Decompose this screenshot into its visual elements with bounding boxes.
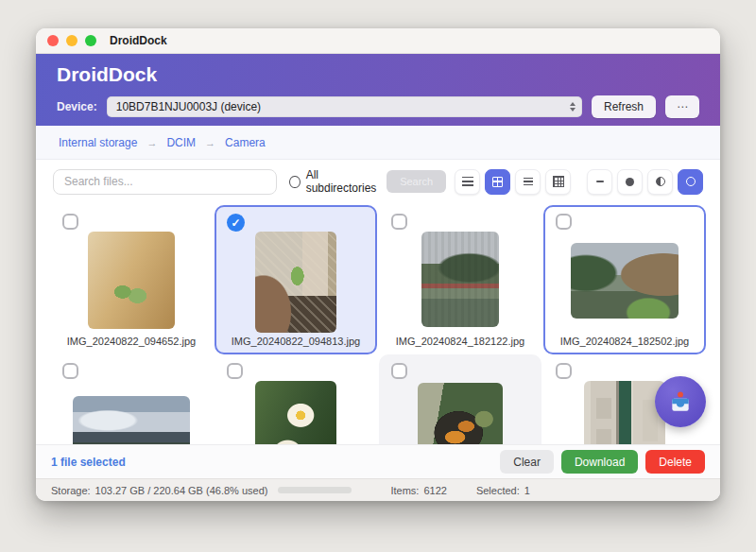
file-checkbox[interactable]: [556, 363, 572, 379]
all-subdirectories-checkbox[interactable]: [289, 176, 300, 188]
selected-label: Selected:: [476, 485, 520, 496]
view-mode-group: [455, 169, 571, 195]
outline-circle-icon: [686, 177, 696, 186]
selected-value: 1: [524, 485, 530, 496]
storage-value: 103.27 GB / 220.64 GB (46.8% used): [95, 485, 268, 496]
file-checkbox[interactable]: [62, 363, 78, 379]
grid-icon: [492, 177, 503, 187]
file-checkbox[interactable]: [391, 363, 407, 379]
thumb-size-group: [587, 169, 703, 195]
filled-circle-icon: [626, 178, 634, 186]
inbox-tray-icon: [667, 389, 694, 414]
file-checkbox[interactable]: [556, 214, 572, 230]
transfer-fab-button[interactable]: [655, 376, 706, 427]
breadcrumb-internal-storage[interactable]: Internal storage: [59, 136, 137, 149]
dash-icon: [596, 181, 604, 182]
size-medium-button[interactable]: [617, 169, 643, 195]
file-name: IMG_20240822_094652.jpg: [67, 336, 196, 347]
download-button[interactable]: Download: [561, 450, 638, 474]
device-row: Device: 10BD7B1NJU0003J (device) Refresh…: [57, 95, 699, 118]
file-name: IMG_20240824_182122.jpg: [396, 336, 524, 347]
app-header: DroidDock Device: 10BD7B1NJU0003J (devic…: [36, 54, 720, 126]
selection-action-bar: 1 file selected Clear Download Delete: [36, 444, 720, 478]
file-checkbox[interactable]: [391, 214, 407, 230]
breadcrumb-camera[interactable]: Camera: [225, 136, 266, 149]
photo-thumbnail-river-valley[interactable]: [73, 396, 190, 444]
selection-count-text: 1 file selected: [51, 456, 126, 469]
photo-thumbnail-plumeria-flowers[interactable]: [255, 381, 336, 444]
file-cell[interactable]: [215, 354, 377, 444]
device-label: Device:: [57, 100, 97, 113]
app-window: DroidDock DroidDock Device: 10BD7B1NJU00…: [36, 28, 720, 501]
view-dense-grid-button[interactable]: [545, 169, 571, 195]
file-cell[interactable]: IMG_20240824_182122.jpg: [379, 205, 541, 354]
subdirectories-option: All subdirectories: [289, 168, 378, 195]
search-input[interactable]: [53, 169, 277, 195]
file-checkbox[interactable]: [62, 214, 78, 230]
view-list-button[interactable]: [455, 169, 480, 195]
size-small-button[interactable]: [587, 169, 612, 195]
zoom-button[interactable]: [85, 35, 96, 46]
device-select-value: 10BD7B1NJU0003J (device): [116, 100, 261, 113]
minimize-button[interactable]: [66, 35, 77, 46]
view-compact-list-button[interactable]: [515, 169, 541, 195]
select-stepper-icon: [570, 102, 576, 112]
status-bar: Storage: 103.27 GB / 220.64 GB (46.8% us…: [36, 478, 720, 501]
photo-thumbnail-lake-and-hill[interactable]: [571, 243, 679, 319]
desktop-background: DroidDock DroidDock Device: 10BD7B1NJU00…: [0, 0, 756, 552]
breadcrumb: Internal storage → DCIM → Camera: [36, 126, 720, 160]
storage-progress-bar: [278, 487, 352, 493]
breadcrumb-dcim[interactable]: DCIM: [166, 136, 196, 149]
titlebar: DroidDock: [36, 28, 720, 54]
list-icon: [462, 177, 473, 186]
photo-thumbnail-pond-with-trees[interactable]: [421, 232, 499, 327]
selected-stat: Selected: 1: [476, 485, 530, 496]
view-grid-button[interactable]: [485, 169, 510, 195]
compact-list-icon: [524, 178, 533, 185]
refresh-button[interactable]: Refresh: [592, 95, 656, 118]
photo-thumbnail-green-buds-on-table[interactable]: [88, 232, 175, 329]
window-title: DroidDock: [110, 34, 167, 47]
photo-thumbnail-frying-pan-fish[interactable]: [418, 383, 503, 444]
delete-button[interactable]: Delete: [645, 450, 705, 474]
all-subdirectories-label: All subdirectories: [306, 168, 379, 195]
storage-label: Storage:: [51, 485, 91, 496]
clear-button[interactable]: Clear: [500, 450, 554, 474]
toolbar: All subdirectories Search: [36, 160, 720, 203]
file-cell[interactable]: ✓ IMG_20240822_094813.jpg: [215, 205, 377, 354]
dense-grid-icon: [553, 176, 564, 187]
close-button[interactable]: [47, 35, 59, 46]
file-grid: IMG_20240822_094652.jpg ✓ IMG_20240822_0…: [36, 203, 720, 444]
file-checkbox-checked[interactable]: ✓: [227, 214, 245, 232]
device-select[interactable]: 10BD7B1NJU0003J (device): [107, 96, 582, 117]
breadcrumb-arrow-icon: →: [146, 137, 157, 148]
half-circle-icon: [656, 177, 665, 186]
photo-thumbnail-white-doors[interactable]: [584, 381, 665, 444]
file-checkbox[interactable]: [227, 363, 243, 379]
file-cell[interactable]: [50, 354, 213, 444]
items-label: Items:: [390, 485, 419, 496]
file-cell[interactable]: IMG_20240822_094652.jpg: [50, 205, 213, 354]
items-value: 6122: [423, 485, 446, 496]
items-stat: Items: 6122: [390, 485, 446, 496]
breadcrumb-arrow-icon: →: [205, 137, 215, 148]
file-name: IMG_20240822_094813.jpg: [232, 336, 360, 347]
file-cell[interactable]: [379, 354, 541, 444]
photo-thumbnail-hand-holding-sprout[interactable]: [255, 232, 336, 333]
app-title: DroidDock: [57, 63, 699, 86]
file-cell[interactable]: IMG_20240824_182502.jpg: [543, 205, 706, 354]
traffic-lights: [47, 35, 96, 46]
more-options-button[interactable]: ⋯: [665, 95, 699, 118]
file-name: IMG_20240824_182502.jpg: [560, 336, 689, 347]
size-large-button[interactable]: [647, 169, 673, 195]
search-button[interactable]: Search: [387, 170, 446, 193]
size-original-button[interactable]: [678, 169, 703, 195]
